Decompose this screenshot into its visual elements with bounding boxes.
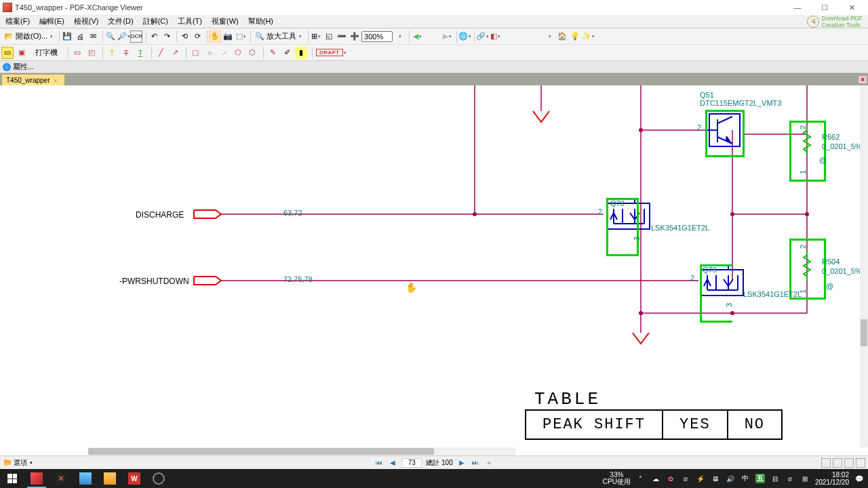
typewriter-tool[interactable]: 打字機 — [30, 47, 63, 59]
underline-icon[interactable]: T — [134, 47, 146, 59]
tray-gear-icon[interactable]: ✿ — [666, 474, 675, 483]
cloud-icon[interactable]: ⬡ — [246, 47, 258, 59]
zoom-tool[interactable]: 🔍放大工具 — [252, 30, 304, 43]
rotate-ccw-icon[interactable]: ⟲ — [178, 30, 191, 43]
tray-ime-mode2[interactable]: ⎚ — [785, 474, 795, 483]
ocr-icon[interactable]: OCR — [130, 30, 142, 43]
save-icon[interactable]: 💾 — [61, 30, 73, 43]
tab-close-icon[interactable]: × — [52, 77, 58, 84]
last-page-icon[interactable]: ⏭ — [471, 458, 480, 468]
open-dropdown[interactable]: 📂開啟(O)... — [1, 30, 56, 43]
minimize-button[interactable]: — — [784, 1, 811, 14]
hscroll-thumb[interactable] — [88, 448, 434, 455]
tray-cpu[interactable]: 33% CPU使用 — [603, 472, 631, 485]
home-icon[interactable]: 🏠 — [556, 30, 568, 43]
stamp-dropdown[interactable]: DRAFT — [315, 47, 347, 59]
close-all-docs[interactable]: × — [859, 76, 867, 83]
start-button[interactable] — [0, 469, 24, 488]
menu-document[interactable]: 文件(D) — [104, 15, 137, 28]
menu-file[interactable]: 檔案(F) — [1, 15, 34, 28]
task-explorer[interactable] — [98, 469, 122, 488]
tray-power-icon[interactable]: ⚡ — [696, 474, 705, 483]
task-obs[interactable] — [146, 469, 171, 488]
vertical-scrollbar[interactable] — [860, 85, 868, 447]
add-page-icon[interactable]: ＋ — [484, 458, 494, 468]
tray-monitor-icon[interactable]: 🖥 — [711, 474, 720, 483]
highlight-icon[interactable]: T — [106, 47, 118, 59]
pencil-icon[interactable]: ✎ — [267, 47, 279, 59]
note-icon[interactable]: ▭ — [1, 47, 14, 59]
rotate-cw-icon[interactable]: ⟳ — [191, 30, 203, 43]
first-page-icon[interactable]: ⏮ — [374, 458, 384, 468]
page-number-input[interactable] — [401, 458, 422, 468]
task-wps[interactable]: W — [122, 469, 146, 488]
link-icon[interactable]: 🔗 — [476, 30, 488, 43]
maximize-button[interactable]: ☐ — [811, 1, 838, 14]
web-icon[interactable]: 🌐 — [458, 30, 471, 43]
task-app2[interactable] — [73, 469, 98, 488]
redo-icon[interactable]: ↷ — [161, 30, 173, 43]
task-pdfx[interactable] — [24, 469, 49, 488]
tray-ime-mode1[interactable]: ⊟ — [770, 474, 780, 483]
tab-t450[interactable]: T450_wrapper × — [1, 74, 65, 85]
zoom-input[interactable] — [361, 31, 393, 42]
print-icon[interactable]: 🖨 — [74, 30, 86, 43]
eraser-icon[interactable]: ✐ — [281, 47, 293, 59]
tray-notifications-icon[interactable]: 💬 — [854, 474, 864, 483]
menu-comment[interactable]: 註解(C) — [139, 15, 172, 28]
attach-icon[interactable]: ▣ — [16, 47, 28, 59]
vscroll-thumb[interactable] — [861, 319, 867, 346]
menu-help[interactable]: 幫助(H) — [244, 15, 277, 28]
tray-clock[interactable]: 18:02 2021/12/20 — [815, 471, 849, 486]
strike-icon[interactable]: T — [120, 47, 132, 59]
nav-back-icon[interactable]: ◀ — [411, 30, 423, 43]
tray-ime-zh[interactable]: 中 — [741, 474, 750, 483]
marker-icon[interactable]: ▮ — [295, 47, 307, 59]
rect-icon[interactable]: ▢ — [189, 47, 201, 59]
search-icon[interactable]: 🔍 — [104, 30, 117, 43]
extra-icon[interactable]: ◧ — [489, 30, 501, 43]
layout-contfacing-icon[interactable] — [856, 458, 865, 468]
tray-ime-badge[interactable]: 五 — [755, 474, 765, 483]
oval-icon[interactable]: ○ — [203, 47, 216, 59]
menu-view[interactable]: 檢視(V) — [70, 15, 103, 28]
polyline-icon[interactable]: ⟋ — [218, 47, 230, 59]
arrow-icon[interactable]: ↗ — [169, 47, 181, 59]
help-icon[interactable]: 💡 — [569, 30, 581, 43]
fit-page-icon[interactable]: ⊞ — [310, 30, 322, 43]
line-icon[interactable]: ╱ — [155, 47, 167, 59]
zoom-dropdown[interactable] — [393, 30, 406, 43]
pdf-tools-badge[interactable]: ☟ Download PDF Creation Tools — [807, 15, 867, 28]
textbox-icon[interactable]: ▭ — [71, 47, 83, 59]
horizontal-scrollbar[interactable] — [88, 447, 515, 455]
tray-ime-mode3[interactable]: ⊞ — [800, 474, 810, 483]
prev-page-icon[interactable]: ◀ — [388, 458, 397, 468]
close-button[interactable]: ✕ — [838, 1, 865, 14]
undo-icon[interactable]: ↶ — [148, 30, 160, 43]
nav-fwd-icon[interactable]: ▶ — [441, 30, 453, 43]
tray-cloud-icon[interactable]: ☁ — [651, 474, 660, 483]
layout-facing-icon[interactable] — [844, 458, 854, 468]
polygon-icon[interactable]: ⬠ — [232, 47, 244, 59]
tray-chevron-icon[interactable]: ˄ — [636, 474, 646, 483]
tray-shield-icon[interactable]: ⎚ — [681, 474, 690, 483]
zoom-in-icon[interactable]: ➕ — [349, 30, 361, 43]
layout-cont-icon[interactable] — [833, 458, 842, 468]
layout-single-icon[interactable] — [821, 458, 831, 468]
document-viewport[interactable]: DISCHARGE 63,72 -PWRSHUTDOWN 72,75,78 Q5… — [0, 85, 860, 447]
zoom-out-icon[interactable]: ➖ — [336, 30, 348, 43]
actual-size-icon[interactable]: ◱ — [323, 30, 335, 43]
options-button[interactable]: 選項 ▾ — [0, 457, 37, 469]
properties-bar[interactable]: 屬性... — [0, 61, 868, 73]
next-page-icon[interactable]: ▶ — [457, 458, 467, 468]
mail-icon[interactable]: ✉ — [87, 30, 99, 43]
tray-network-icon[interactable]: 🔊 — [726, 474, 735, 483]
select-tool-dropdown[interactable]: ⬚ — [235, 30, 247, 43]
task-app1[interactable]: ✕ — [49, 469, 73, 488]
hand-tool-icon[interactable]: ✋ — [209, 30, 221, 43]
menu-edit[interactable]: 編輯(E) — [35, 15, 68, 28]
menu-window[interactable]: 視窗(W) — [208, 15, 243, 28]
menu-tools[interactable]: 工具(T) — [174, 15, 206, 28]
snapshot-icon[interactable]: 📷 — [222, 30, 234, 43]
wand-icon[interactable]: ✨ — [582, 30, 594, 43]
